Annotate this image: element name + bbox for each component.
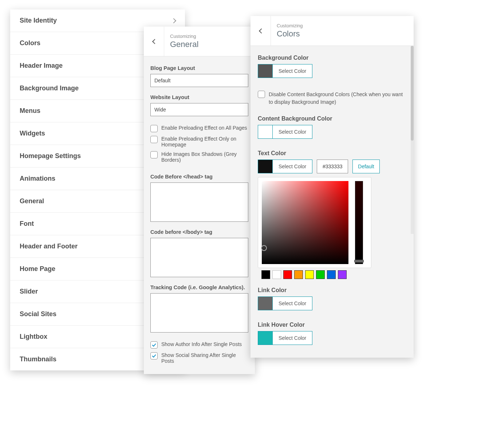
panel-header: Customizing General (144, 27, 255, 56)
author-info-checkbox[interactable] (150, 341, 158, 349)
disable-bg-checkbox[interactable] (258, 91, 265, 98)
panel-header: Customizing Colors (251, 16, 414, 46)
section-label: Background Image (20, 85, 79, 92)
section-label: Colors (20, 39, 40, 47)
panel-title: Colors (277, 29, 303, 39)
section-label: Font (20, 220, 34, 228)
checkbox-label: Show Social Sharing After Single Posts (161, 352, 248, 364)
preloading-home-checkbox[interactable] (150, 136, 158, 143)
code-head-textarea[interactable] (150, 182, 248, 222)
preloading-all-checkbox[interactable] (150, 125, 158, 132)
social-sharing-checkbox-row: Show Social Sharing After Single Posts (150, 352, 248, 364)
hide-shadows-checkbox[interactable] (150, 151, 158, 158)
preset-swatch[interactable] (272, 270, 281, 279)
back-button[interactable] (251, 16, 271, 46)
default-button[interactable]: Default (352, 160, 379, 173)
scrollbar-thumb[interactable] (411, 46, 414, 141)
general-panel: Customizing General Blog Page Layout Def… (144, 27, 255, 374)
link-hover-color-label: Link Hover Color (258, 322, 406, 328)
section-label: Slider (20, 288, 38, 295)
saturation-area[interactable] (262, 181, 348, 264)
picker-cursor-icon[interactable] (261, 245, 267, 251)
section-label: Widgets (20, 130, 45, 137)
author-info-checkbox-row: Show Author Info After Single Posts (150, 341, 248, 349)
preset-swatch[interactable] (305, 270, 314, 279)
section-label: Lightbox (20, 333, 47, 341)
section-label: Homepage Settings (20, 152, 81, 160)
website-layout-label: Website Layout (150, 94, 248, 100)
panel-titles: Customizing General (164, 29, 204, 54)
link-color-button[interactable]: Select Color (258, 296, 312, 310)
back-button[interactable] (144, 27, 164, 56)
preset-colors-row (258, 270, 406, 279)
color-swatch-icon (258, 64, 273, 78)
blog-layout-select[interactable]: Default (150, 74, 248, 87)
section-label: Site Identity (20, 17, 57, 24)
checkbox-label: Show Author Info After Single Posts (161, 341, 242, 347)
section-label: General (20, 197, 44, 205)
section-label: Thumbnails (20, 355, 56, 363)
color-swatch-icon (258, 297, 273, 310)
checkbox-label: Enable Preloading Effect on All Pages (161, 125, 247, 131)
preset-swatch[interactable] (327, 270, 336, 279)
section-label: Social Sites (20, 310, 56, 318)
text-color-label: Text Color (258, 150, 406, 157)
section-label: Animations (20, 175, 55, 182)
hue-slider[interactable] (355, 181, 363, 264)
section-label: Home Page (20, 265, 55, 273)
background-color-button[interactable]: Select Color (258, 64, 312, 78)
link-color-label: Link Color (258, 287, 406, 294)
breadcrumb: Customizing (277, 23, 303, 28)
general-panel-body: Blog Page Layout Default Website Layout … (144, 56, 255, 374)
breadcrumb: Customizing (170, 34, 198, 39)
color-swatch-icon (258, 331, 273, 345)
preloading-home-checkbox-row: Enable Preloading Effect Only on Homepag… (150, 136, 248, 148)
code-body-textarea[interactable] (150, 238, 248, 277)
panel-title: General (170, 40, 198, 49)
select-value: Wide (154, 107, 166, 113)
background-color-label: Background Color (258, 55, 406, 61)
color-picker (258, 177, 371, 268)
chevron-left-icon (259, 28, 264, 33)
disable-bg-checkbox-row: Disable Content Background Colors (Check… (258, 91, 406, 106)
checkbox-label: Hide Images Box Shadows (Grey Borders) (161, 151, 248, 163)
code-head-label: Code Before </head> tag (150, 174, 248, 180)
color-swatch-icon (258, 125, 273, 138)
color-swatch-icon (258, 160, 273, 173)
preset-swatch[interactable] (338, 270, 347, 279)
blog-layout-label: Blog Page Layout (150, 65, 248, 71)
color-button-label: Select Color (273, 125, 312, 138)
content-bg-label: Content Background Color (258, 115, 406, 122)
hide-shadows-checkbox-row: Hide Images Box Shadows (Grey Borders) (150, 151, 248, 163)
hex-input[interactable] (317, 160, 348, 173)
checkbox-label: Enable Preloading Effect Only on Homepag… (161, 136, 248, 148)
color-button-label: Select Color (273, 297, 312, 310)
preset-swatch[interactable] (261, 270, 270, 279)
text-color-button[interactable]: Select Color (258, 160, 312, 173)
preset-swatch[interactable] (294, 270, 303, 279)
link-hover-color-button[interactable]: Select Color (258, 331, 312, 345)
preset-swatch[interactable] (316, 270, 325, 279)
social-sharing-checkbox[interactable] (150, 352, 158, 359)
checkbox-label: Disable Content Background Colors (Check… (269, 91, 406, 106)
color-button-label: Select Color (273, 160, 312, 173)
tracking-code-textarea[interactable] (150, 293, 248, 333)
section-label: Header Image (20, 62, 63, 70)
chevron-right-icon (171, 18, 176, 23)
hue-thumb-icon[interactable] (354, 260, 364, 263)
content-bg-button[interactable]: Select Color (258, 125, 312, 139)
text-color-row: Select Color Default (258, 160, 406, 173)
color-button-label: Select Color (273, 64, 312, 78)
select-value: Default (154, 78, 170, 83)
scrollbar[interactable] (411, 46, 414, 234)
preloading-all-checkbox-row: Enable Preloading Effect on All Pages (150, 125, 248, 132)
colors-panel: Customizing Colors Background Color Sele… (251, 16, 414, 358)
website-layout-select[interactable]: Wide (150, 103, 248, 116)
section-label: Menus (20, 107, 40, 115)
chevron-left-icon (152, 39, 157, 44)
color-button-label: Select Color (273, 331, 312, 345)
preset-swatch[interactable] (283, 270, 292, 279)
panel-titles: Customizing Colors (271, 19, 309, 43)
section-label: Header and Footer (20, 243, 78, 250)
code-body-label: Code before </body> tag (150, 229, 248, 235)
